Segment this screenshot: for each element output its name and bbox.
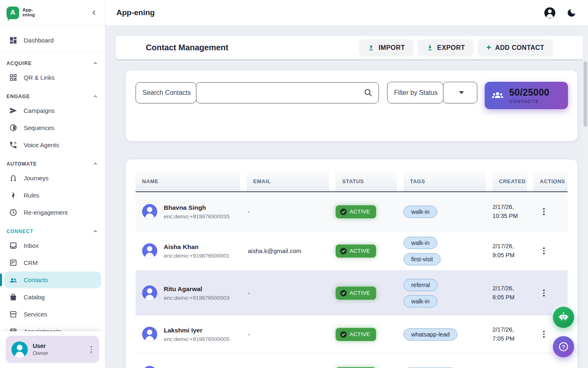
search-icon xyxy=(363,88,373,97)
sidebar-section-engage[interactable]: ENGAGE xyxy=(0,90,105,102)
sidebar-section-connect[interactable]: CONNECT xyxy=(0,225,105,237)
contact-email: - xyxy=(247,208,329,215)
add-contact-button[interactable]: + ADD CONTACT xyxy=(478,39,553,56)
table-row[interactable]: Aisha Khan enc:demo:+919876500001 aisha.… xyxy=(136,231,568,271)
sidebar-item-label: Services xyxy=(24,311,47,318)
upload-icon xyxy=(368,44,375,52)
kanban-icon xyxy=(9,258,18,267)
filter-label: Filter by Status xyxy=(394,89,438,96)
row-actions-kebab-icon[interactable] xyxy=(541,206,568,217)
sidebar-item-campaigns[interactable]: Campaigns xyxy=(4,102,101,119)
add-contact-label: ADD CONTACT xyxy=(495,44,544,52)
topbar: App-ening xyxy=(105,0,588,26)
export-button[interactable]: EXPORT xyxy=(418,39,474,56)
phone-talk-icon xyxy=(9,141,18,149)
scrollbar-thumb[interactable] xyxy=(584,61,587,127)
sidebar-item-services[interactable]: Services xyxy=(4,306,101,323)
check-circle-icon xyxy=(340,209,347,215)
search-input[interactable]: Search Contacts xyxy=(136,82,379,103)
search-placeholder: Search Contacts xyxy=(143,89,191,96)
sidebar-item-sequences[interactable]: Sequences xyxy=(4,119,101,136)
tag-chip: walk-in xyxy=(403,237,437,249)
robot-icon xyxy=(558,312,569,323)
contact-avatar xyxy=(142,327,157,342)
download-icon xyxy=(426,44,434,52)
table-row[interactable]: Bhavna Singh enc:demo:+919876500035 - AC… xyxy=(136,192,568,231)
import-label: IMPORT xyxy=(379,44,405,52)
tag-chip: whatsapp-lead xyxy=(403,328,457,341)
table-row[interactable]: Jyoti Rawat ACTIVE campaign-lead 2/17/26 xyxy=(136,353,568,368)
sidebar-item-label: Journeys xyxy=(24,175,49,182)
dashboard-icon xyxy=(9,36,18,45)
sidebar-item-label: Sequences xyxy=(24,124,54,131)
sidebar-collapse-button[interactable] xyxy=(90,9,98,16)
row-actions-kebab-icon[interactable] xyxy=(541,288,568,298)
sidebar-item-dashboard[interactable]: Dashboard xyxy=(4,32,101,49)
column-header-actions: ACTIONS xyxy=(533,171,568,191)
user-name: User xyxy=(33,343,48,349)
column-header-tags: TAGS xyxy=(403,171,486,191)
brand-logo-letter: A xyxy=(10,9,15,17)
sidebar-item-contacts[interactable]: Contacts xyxy=(4,272,101,288)
section-label: AUTOMATE xyxy=(7,161,37,167)
svg-text:?: ? xyxy=(562,344,565,350)
sidebar-item-catalog[interactable]: Catalog xyxy=(4,289,101,305)
status-badge: ACTIVE xyxy=(336,287,376,300)
sidebar: A App- ening Dashboard ACQUIRE QR & Link… xyxy=(0,0,105,368)
section-label: ACQUIRE xyxy=(7,61,32,66)
sidebar-item-label: Inbox xyxy=(24,242,39,249)
contact-email: aisha.k@gmail.com xyxy=(247,247,329,254)
page-title: Contact Management xyxy=(116,43,228,52)
help-fab[interactable]: ? xyxy=(553,336,574,357)
table-row[interactable]: Lakshmi Iyer enc:demo:+919876500005 - AC… xyxy=(136,316,568,353)
user-avatar xyxy=(11,341,28,358)
user-card[interactable]: User Owner xyxy=(6,336,99,363)
dark-mode-toggle[interactable] xyxy=(566,8,577,18)
sidebar-item-inbox[interactable]: Inbox xyxy=(4,237,101,254)
sidebar-nav: Dashboard ACQUIRE QR & Links ENGAGE Camp… xyxy=(0,26,105,368)
contact-avatar xyxy=(142,366,157,368)
chatbot-fab[interactable] xyxy=(553,307,574,328)
row-actions-kebab-icon[interactable] xyxy=(541,246,568,256)
status-filter-select[interactable]: Filter by Status xyxy=(387,82,477,103)
sidebar-item-qr-links[interactable]: QR & Links xyxy=(4,69,101,86)
sidebar-item-rules[interactable]: Rules xyxy=(4,187,101,204)
account-icon[interactable] xyxy=(544,7,555,18)
user-menu-kebab-icon[interactable] xyxy=(89,344,94,355)
sidebar-section-automate[interactable]: AUTOMATE xyxy=(0,157,105,169)
plus-icon: + xyxy=(486,43,492,52)
table-row[interactable]: Ritu Agarwal enc:demo:+919876500003 - AC… xyxy=(136,271,568,316)
contact-name: Bhavna Singh xyxy=(164,204,229,211)
sidebar-item-label: Dashboard xyxy=(24,37,53,44)
sidebar-item-re-engagement[interactable]: Re-engagement xyxy=(4,204,101,221)
sidebar-item-journeys[interactable]: Journeys xyxy=(4,170,101,186)
contact-name: Lakshmi Iyer xyxy=(164,327,229,334)
clock-icon xyxy=(9,208,18,217)
column-header-name: NAME xyxy=(136,171,240,191)
chevron-left-icon xyxy=(90,9,98,16)
created-at: 2/17/26,10:35 PM xyxy=(492,203,527,220)
contact-phone: enc:demo:+919876500003 xyxy=(164,295,229,301)
import-button[interactable]: IMPORT xyxy=(359,39,414,56)
contact-avatar xyxy=(142,243,157,258)
chevron-up-icon xyxy=(92,60,98,66)
sidebar-section-acquire[interactable]: ACQUIRE xyxy=(0,57,105,69)
sidebar-item-voice-agents[interactable]: Voice Agents xyxy=(4,137,101,153)
sidebar-item-label: Re-engagement xyxy=(24,209,68,216)
tag-chip: walk-in xyxy=(403,295,437,307)
page-scrollbar xyxy=(583,26,588,368)
chevron-up-icon xyxy=(92,93,98,99)
groups-icon xyxy=(491,89,504,102)
export-label: EXPORT xyxy=(437,44,465,52)
contact-phone: enc:demo:+919876500001 xyxy=(164,253,229,259)
tag-chip: walk-in xyxy=(403,206,437,218)
people-icon xyxy=(9,276,18,284)
chevron-up-icon xyxy=(92,161,98,167)
contact-avatar xyxy=(142,204,157,219)
contacts-table-card: NAME EMAIL STATUS TAGS CREATED ACTIONS B… xyxy=(126,159,577,368)
sidebar-item-crm[interactable]: CRM xyxy=(4,254,101,271)
search-filter-card: Search Contacts Filter by Status 50/2500… xyxy=(126,70,577,141)
created-at: 2/17/26,7:05 PM xyxy=(492,325,527,343)
brand-name: App- ening xyxy=(22,8,35,17)
check-circle-icon xyxy=(340,331,347,338)
